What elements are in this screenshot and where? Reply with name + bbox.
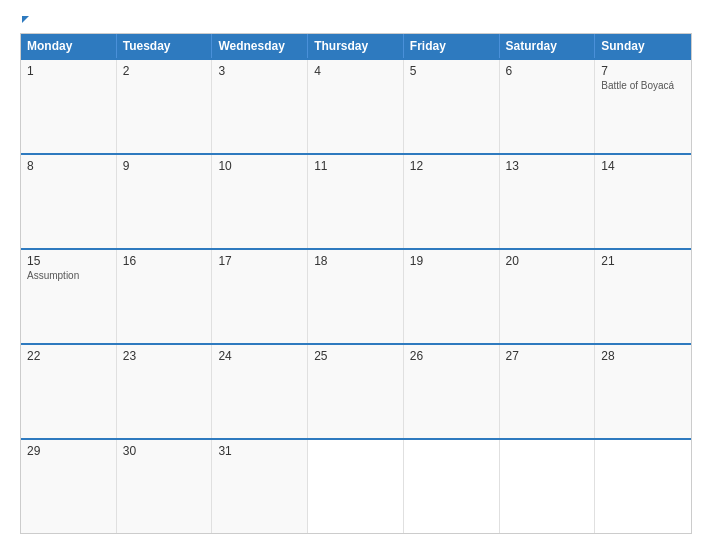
cal-cell: 23: [117, 345, 213, 438]
cal-cell: [404, 440, 500, 533]
cal-cell: 7Battle of Boyacá: [595, 60, 691, 153]
day-number: 8: [27, 159, 110, 173]
cal-cell: 6: [500, 60, 596, 153]
cal-cell: 26: [404, 345, 500, 438]
cal-cell: 12: [404, 155, 500, 248]
cal-cell: [500, 440, 596, 533]
day-number: 18: [314, 254, 397, 268]
day-number: 15: [27, 254, 110, 268]
day-number: 13: [506, 159, 589, 173]
cal-cell: 5: [404, 60, 500, 153]
day-number: 30: [123, 444, 206, 458]
day-number: 10: [218, 159, 301, 173]
cal-cell: 28: [595, 345, 691, 438]
cal-cell: 27: [500, 345, 596, 438]
cal-cell: 31: [212, 440, 308, 533]
cal-cell: 11: [308, 155, 404, 248]
calendar-body: 1234567Battle of Boyacá89101112131415Ass…: [21, 58, 691, 533]
day-number: 11: [314, 159, 397, 173]
day-number: 7: [601, 64, 685, 78]
cal-cell: 8: [21, 155, 117, 248]
cal-cell: 24: [212, 345, 308, 438]
cal-cell: 25: [308, 345, 404, 438]
header-day-tuesday: Tuesday: [117, 34, 213, 58]
header-day-thursday: Thursday: [308, 34, 404, 58]
cal-cell: 20: [500, 250, 596, 343]
week-row-4: 22232425262728: [21, 343, 691, 438]
day-number: 1: [27, 64, 110, 78]
day-number: 21: [601, 254, 685, 268]
cal-cell: 22: [21, 345, 117, 438]
week-row-1: 1234567Battle of Boyacá: [21, 58, 691, 153]
cal-cell: 13: [500, 155, 596, 248]
calendar: MondayTuesdayWednesdayThursdayFridaySatu…: [20, 33, 692, 534]
week-row-5: 293031: [21, 438, 691, 533]
day-number: 23: [123, 349, 206, 363]
cal-cell: 2: [117, 60, 213, 153]
day-number: 9: [123, 159, 206, 173]
cal-cell: 1: [21, 60, 117, 153]
day-number: 2: [123, 64, 206, 78]
day-number: 25: [314, 349, 397, 363]
day-number: 29: [27, 444, 110, 458]
logo-blue-text: [20, 16, 29, 23]
cal-cell: 4: [308, 60, 404, 153]
cal-cell: [595, 440, 691, 533]
cal-cell: 15Assumption: [21, 250, 117, 343]
header-day-monday: Monday: [21, 34, 117, 58]
day-number: 4: [314, 64, 397, 78]
week-row-3: 15Assumption161718192021: [21, 248, 691, 343]
day-number: 12: [410, 159, 493, 173]
day-number: 20: [506, 254, 589, 268]
day-number: 24: [218, 349, 301, 363]
header-day-friday: Friday: [404, 34, 500, 58]
cal-cell: 21: [595, 250, 691, 343]
day-number: 27: [506, 349, 589, 363]
cal-cell: 16: [117, 250, 213, 343]
page: MondayTuesdayWednesdayThursdayFridaySatu…: [0, 0, 712, 550]
header-day-sunday: Sunday: [595, 34, 691, 58]
logo: [20, 16, 29, 23]
holiday-label: Assumption: [27, 270, 110, 282]
holiday-label: Battle of Boyacá: [601, 80, 685, 92]
cal-cell: [308, 440, 404, 533]
cal-cell: 9: [117, 155, 213, 248]
cal-cell: 18: [308, 250, 404, 343]
day-number: 19: [410, 254, 493, 268]
cal-cell: 19: [404, 250, 500, 343]
day-number: 28: [601, 349, 685, 363]
day-number: 6: [506, 64, 589, 78]
day-number: 14: [601, 159, 685, 173]
cal-cell: 10: [212, 155, 308, 248]
day-number: 5: [410, 64, 493, 78]
day-number: 3: [218, 64, 301, 78]
header: [20, 16, 692, 23]
logo-triangle-icon: [22, 16, 29, 23]
day-number: 16: [123, 254, 206, 268]
header-day-saturday: Saturday: [500, 34, 596, 58]
day-number: 17: [218, 254, 301, 268]
cal-cell: 14: [595, 155, 691, 248]
header-day-wednesday: Wednesday: [212, 34, 308, 58]
day-number: 26: [410, 349, 493, 363]
cal-cell: 3: [212, 60, 308, 153]
cal-cell: 29: [21, 440, 117, 533]
cal-cell: 17: [212, 250, 308, 343]
day-number: 22: [27, 349, 110, 363]
cal-cell: 30: [117, 440, 213, 533]
day-number: 31: [218, 444, 301, 458]
calendar-header: MondayTuesdayWednesdayThursdayFridaySatu…: [21, 34, 691, 58]
week-row-2: 891011121314: [21, 153, 691, 248]
